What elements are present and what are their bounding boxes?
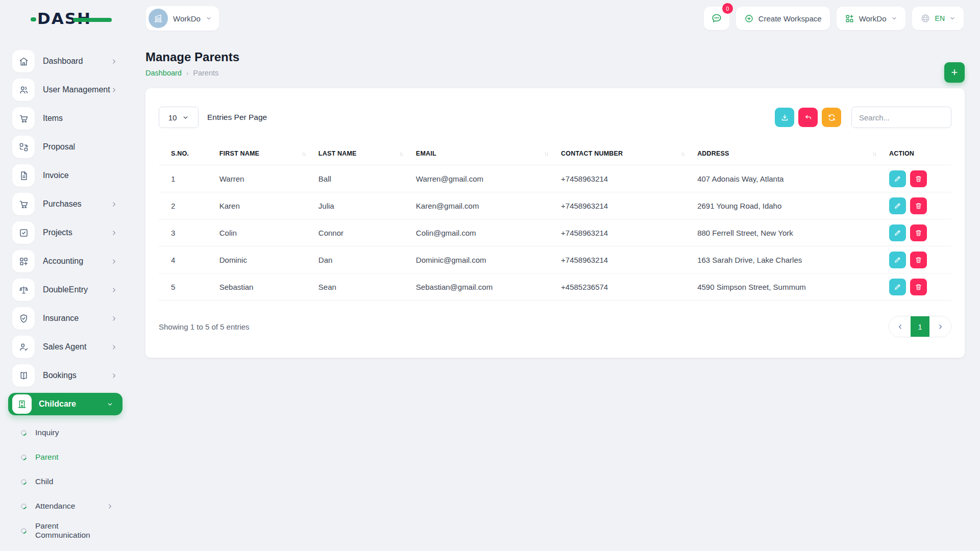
parents-table-card: 10 Entries Per Page xyxy=(145,88,965,358)
grid-plus-icon xyxy=(845,14,854,23)
chevron-left-icon xyxy=(897,323,903,330)
sort-icon[interactable]: ↑↓ xyxy=(399,151,406,157)
cell-sno: 2 xyxy=(159,192,214,219)
childcare-building-icon xyxy=(12,394,32,414)
refresh-button[interactable] xyxy=(822,108,841,127)
pencil-icon xyxy=(894,283,901,291)
cell-email: Sebastian@gmail.com xyxy=(411,273,556,300)
delete-button[interactable] xyxy=(910,252,927,268)
workspace-selector[interactable]: WorkDo xyxy=(146,6,219,31)
users-icon xyxy=(12,79,35,101)
edit-button[interactable] xyxy=(889,279,906,295)
logo-accent-dot xyxy=(31,17,36,21)
chevron-right-icon xyxy=(111,230,117,236)
cell-address: 2691 Young Road, Idaho xyxy=(692,192,884,219)
pagination: 1 xyxy=(889,316,951,337)
pencil-icon xyxy=(894,175,901,183)
create-workspace-button[interactable]: Create Workspace xyxy=(736,7,830,30)
download-icon xyxy=(780,113,789,122)
sidebar-subitem-child[interactable]: Child xyxy=(0,469,129,494)
cell-email: Dominic@gmail.com xyxy=(411,246,556,273)
cell-first-name: Karen xyxy=(214,192,313,219)
pagination-next-button[interactable] xyxy=(929,316,951,337)
export-download-button[interactable] xyxy=(775,108,794,127)
edit-button[interactable] xyxy=(889,224,906,241)
sidebar-item-purchases[interactable]: Purchases xyxy=(0,193,121,215)
sidebar-subitem-parent-communication[interactable]: Parent Communication xyxy=(0,518,129,543)
sort-icon[interactable]: ↑↓ xyxy=(302,151,308,157)
chevron-down-icon xyxy=(107,401,113,408)
sort-icon[interactable]: ↑↓ xyxy=(872,151,879,157)
logo-accent-bar xyxy=(73,18,112,22)
sidebar-item-invoice[interactable]: Invoice xyxy=(0,164,121,187)
cell-first-name: Warren xyxy=(214,165,313,192)
entries-per-page-select[interactable]: 10 xyxy=(159,107,199,128)
breadcrumb-dashboard-link[interactable]: Dashboard xyxy=(145,69,182,77)
book-icon xyxy=(12,364,35,387)
workdo-menu-button[interactable]: WorkDo xyxy=(837,7,905,30)
sidebar-item-doubleentry[interactable]: DoubleEntry xyxy=(0,279,121,301)
sidebar-item-user-management[interactable]: User Management xyxy=(0,79,121,101)
cell-address: 880 Ferrell Street, New York xyxy=(692,219,884,246)
sidebar-item-proposal[interactable]: Proposal xyxy=(0,136,121,158)
undo-button[interactable] xyxy=(798,108,818,127)
sidebar-item-childcare[interactable]: Childcare xyxy=(8,393,122,415)
entries-per-page-label: Entries Per Page xyxy=(207,113,267,122)
chevron-right-icon xyxy=(107,503,113,510)
breadcrumb-current: Parents xyxy=(193,69,218,77)
cell-address: 407 Adonais Way, Atlanta xyxy=(692,165,884,192)
page-title: Manage Parents xyxy=(145,50,965,64)
search-input[interactable] xyxy=(851,107,951,128)
chevron-right-icon xyxy=(111,87,117,93)
table-row: 1 Warren Ball Warren@gmail.com +74589632… xyxy=(159,165,951,192)
language-selector[interactable]: EN xyxy=(912,7,964,30)
document-icon xyxy=(12,164,35,187)
cell-last-name: Dan xyxy=(313,246,411,273)
table-header-row: S.NO. FIRST NAME↑↓ LAST NAME↑↓ EMAIL↑↓ C… xyxy=(159,143,951,165)
pagination-prev-button[interactable] xyxy=(889,316,911,337)
delete-button[interactable] xyxy=(910,224,927,241)
cell-contact: +7458963214 xyxy=(556,192,692,219)
sidebar-subitem-inquiry[interactable]: Inquiry xyxy=(0,420,129,445)
showing-entries-text: Showing 1 to 5 of 5 entries xyxy=(159,322,250,331)
sidebar-item-accounting[interactable]: Accounting xyxy=(0,250,121,272)
edit-button[interactable] xyxy=(889,252,906,268)
delete-button[interactable] xyxy=(910,197,927,214)
chevron-right-icon xyxy=(111,344,117,350)
pencil-icon xyxy=(894,229,901,237)
chevron-right-icon xyxy=(111,315,117,322)
globe-icon xyxy=(920,13,930,23)
delete-button[interactable] xyxy=(910,279,927,295)
sidebar-item-bookings[interactable]: Bookings xyxy=(0,364,121,387)
cell-first-name: Colin xyxy=(214,219,313,246)
page-header: Manage Parents Dashboard › Parents + xyxy=(145,50,965,77)
pagination-page-1[interactable]: 1 xyxy=(911,316,929,337)
add-parent-button[interactable]: + xyxy=(944,62,965,83)
messages-button[interactable]: 0 xyxy=(704,7,729,30)
app-logo[interactable]: DASH xyxy=(37,9,91,28)
cart-icon xyxy=(12,193,35,215)
sidebar-item-sales-agent[interactable]: Sales Agent xyxy=(0,336,121,358)
chevron-right-icon xyxy=(111,58,117,65)
sidebar-item-projects[interactable]: Projects xyxy=(0,221,121,244)
sidebar-subitem-parent[interactable]: Parent xyxy=(0,445,129,469)
breadcrumb-separator: › xyxy=(186,69,188,77)
sidebar-item-insurance[interactable]: Insurance xyxy=(0,307,121,330)
delete-button[interactable] xyxy=(910,170,927,187)
sidebar-item-dashboard[interactable]: Dashboard xyxy=(0,50,121,72)
sort-icon[interactable]: ↑↓ xyxy=(544,151,551,157)
cell-contact: +7458963214 xyxy=(556,219,692,246)
chat-icon xyxy=(710,12,723,24)
entries-per-page-value: 10 xyxy=(168,113,177,122)
user-check-icon xyxy=(12,336,35,358)
column-address: ADDRESS xyxy=(697,150,729,157)
topbar: DASH WorkDo 0 Create Workspace WorkDo xyxy=(0,0,980,37)
pencil-icon xyxy=(894,256,901,264)
column-first-name: FIRST NAME xyxy=(219,150,259,157)
sort-icon[interactable]: ↑↓ xyxy=(680,151,687,157)
cell-first-name: Dominic xyxy=(214,246,313,273)
edit-button[interactable] xyxy=(889,197,906,214)
sidebar-subitem-attendance[interactable]: Attendance xyxy=(0,494,129,518)
sidebar-item-items[interactable]: Items xyxy=(0,107,121,130)
edit-button[interactable] xyxy=(889,170,906,187)
